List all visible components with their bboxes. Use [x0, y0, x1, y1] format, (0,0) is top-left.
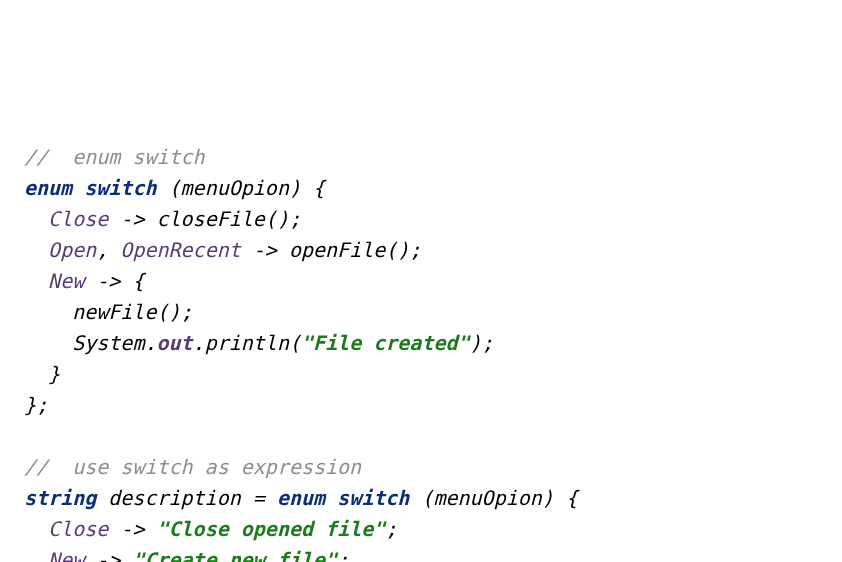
keyword-switch: switch	[84, 176, 156, 200]
code-line-9: };	[24, 390, 818, 421]
keyword-string: string	[24, 486, 96, 510]
code-line-3: Close -> closeFile();	[24, 204, 818, 235]
code-text: -> openFile();	[241, 238, 422, 262]
indent	[24, 548, 48, 562]
semicolon: ;	[385, 517, 397, 541]
code-line-4: Open, OpenRecent -> openFile();	[24, 235, 818, 266]
code-line-5: New -> {	[24, 266, 818, 297]
blank-line	[24, 421, 818, 452]
code-text: );	[470, 331, 494, 355]
code-text: newFile();	[24, 300, 193, 324]
comment: // use switch as expression	[24, 455, 361, 479]
code-text: (menuOpion) {	[409, 486, 578, 510]
code-line-7: System.out.println("File created");	[24, 328, 818, 359]
separator: ,	[96, 238, 120, 262]
indent	[24, 517, 48, 541]
code-text: .println(	[193, 331, 301, 355]
indent	[24, 207, 48, 231]
enum-constant: Close	[48, 517, 108, 541]
code-line-10: // use switch as expression	[24, 452, 818, 483]
keyword-enum: enum	[24, 176, 72, 200]
code-line-6: newFile();	[24, 297, 818, 328]
enum-constant: New	[48, 269, 84, 293]
code-line-1: // enum switch	[24, 142, 818, 173]
enum-constant: Close	[48, 207, 108, 231]
code-text: -> closeFile();	[108, 207, 301, 231]
keyword-enum: enum	[277, 486, 325, 510]
string-literal: "Close opened file"	[156, 517, 385, 541]
code-text: System.	[72, 331, 156, 355]
keyword-switch: switch	[337, 486, 409, 510]
code-text: }	[24, 362, 60, 386]
arrow: ->	[84, 548, 132, 562]
code-text: (menuOpion) {	[156, 176, 325, 200]
enum-constant: Open	[48, 238, 96, 262]
semicolon: ;	[337, 548, 349, 562]
code-line-13: New -> "Create new file";	[24, 545, 818, 562]
enum-constant: OpenRecent	[120, 238, 240, 262]
code-text: -> {	[84, 269, 144, 293]
code-line-2: enum switch (menuOpion) {	[24, 173, 818, 204]
code-text	[24, 424, 36, 448]
code-text: description =	[96, 486, 277, 510]
string-literal: "File created"	[301, 331, 470, 355]
string-literal: "Create new file"	[132, 548, 337, 562]
code-block: // enum switchenum switch (menuOpion) { …	[24, 142, 818, 562]
comment: // enum switch	[24, 145, 205, 169]
field-out: out	[156, 331, 192, 355]
code-line-12: Close -> "Close opened file";	[24, 514, 818, 545]
indent	[24, 269, 48, 293]
code-text: };	[24, 393, 48, 417]
indent	[24, 331, 72, 355]
arrow: ->	[108, 517, 156, 541]
code-line-8: }	[24, 359, 818, 390]
code-line-11: string description = enum switch (menuOp…	[24, 483, 818, 514]
enum-constant: New	[48, 548, 84, 562]
indent	[24, 238, 48, 262]
